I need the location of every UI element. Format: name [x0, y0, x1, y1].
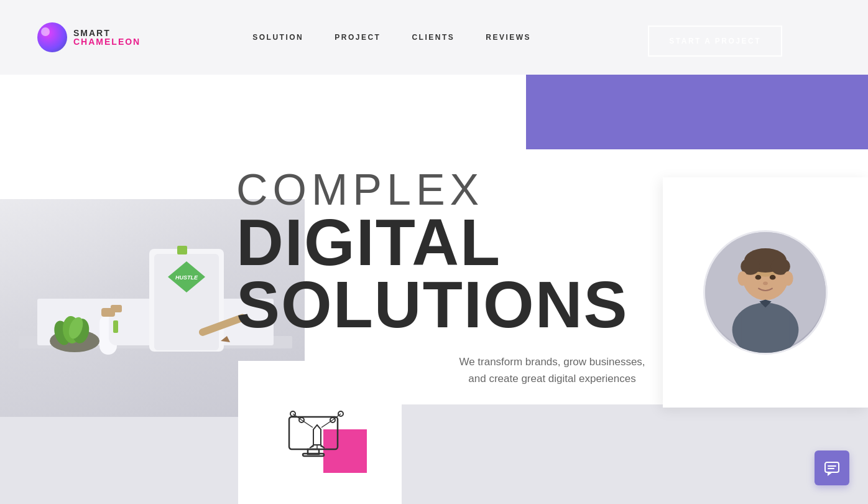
main-nav: SOLUTION PROJECT CLIENTS REVIEWS [252, 33, 531, 42]
design-icon-card [238, 361, 402, 504]
svg-marker-38 [321, 445, 325, 448]
svg-point-26 [770, 275, 776, 280]
logo[interactable]: SMART CHAMELEON [37, 22, 141, 52]
svg-line-42 [302, 420, 313, 427]
svg-point-32 [783, 271, 793, 286]
nav-project[interactable]: PROJECT [335, 33, 381, 42]
svg-rect-11 [113, 320, 118, 333]
logo-text: SMART CHAMELEON [73, 29, 141, 46]
svg-rect-6 [177, 246, 187, 254]
svg-point-25 [755, 275, 762, 280]
svg-marker-37 [310, 445, 313, 448]
design-pen-tool-icon [283, 395, 351, 464]
svg-rect-10 [111, 305, 122, 312]
svg-point-27 [763, 281, 768, 285]
person-photo-svg [705, 230, 826, 353]
logo-smart: SMART [73, 29, 141, 37]
start-project-button[interactable]: START A PROJECT [648, 26, 782, 57]
person-card [663, 177, 868, 408]
chat-button[interactable] [815, 450, 849, 485]
logo-icon [37, 22, 67, 52]
logo-chameleon: CHAMELEON [73, 37, 141, 46]
svg-line-43 [321, 420, 333, 427]
nav-solution[interactable]: SOLUTION [252, 33, 303, 42]
nav-reviews[interactable]: REVIEWS [486, 33, 531, 42]
design-icon-wrapper [283, 395, 358, 470]
person-avatar [703, 230, 828, 355]
chat-icon [824, 460, 840, 476]
svg-rect-48 [825, 462, 839, 472]
svg-point-31 [737, 271, 747, 286]
svg-rect-29 [741, 309, 790, 351]
nav-clients[interactable]: CLIENTS [412, 33, 455, 42]
svg-marker-36 [313, 425, 321, 445]
svg-text:HUSTLE: HUSTLE [175, 274, 198, 281]
gray-bottom-strip [0, 404, 868, 504]
